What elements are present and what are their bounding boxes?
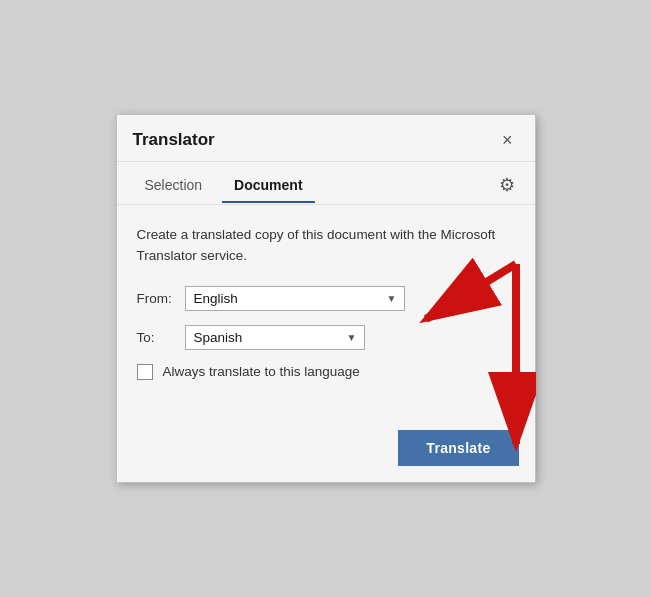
dialog-header: Translator × <box>117 115 535 162</box>
translate-button[interactable]: Translate <box>398 430 518 466</box>
tab-document[interactable]: Document <box>222 171 314 203</box>
to-field-row: To: Spanish French German English Chines… <box>137 325 515 350</box>
tabs-container: Selection Document <box>133 171 315 203</box>
dialog-title: Translator <box>133 130 215 150</box>
always-translate-label: Always translate to this language <box>163 364 360 379</box>
from-label: From: <box>137 291 177 306</box>
tab-selection[interactable]: Selection <box>133 171 215 203</box>
description-text: Create a translated copy of this documen… <box>137 225 515 266</box>
from-field-row: From: English French German Spanish Chin… <box>137 286 515 311</box>
settings-icon[interactable]: ⚙ <box>495 170 519 200</box>
to-select[interactable]: Spanish French German English Chinese Ja… <box>185 325 365 350</box>
to-select-wrapper: Spanish French German English Chinese Ja… <box>185 325 365 350</box>
translator-dialog: Translator × Selection Document ⚙ Create… <box>116 114 536 483</box>
dialog-body: Create a translated copy of this documen… <box>117 205 535 420</box>
always-translate-checkbox[interactable] <box>137 364 153 380</box>
to-label: To: <box>137 330 177 345</box>
always-translate-row: Always translate to this language <box>137 364 515 380</box>
close-button[interactable]: × <box>496 129 519 151</box>
from-select[interactable]: English French German Spanish Chinese Ja… <box>185 286 405 311</box>
dialog-footer: Translate <box>117 420 535 482</box>
from-select-wrapper: English French German Spanish Chinese Ja… <box>185 286 405 311</box>
tabs-row: Selection Document ⚙ <box>117 162 535 205</box>
